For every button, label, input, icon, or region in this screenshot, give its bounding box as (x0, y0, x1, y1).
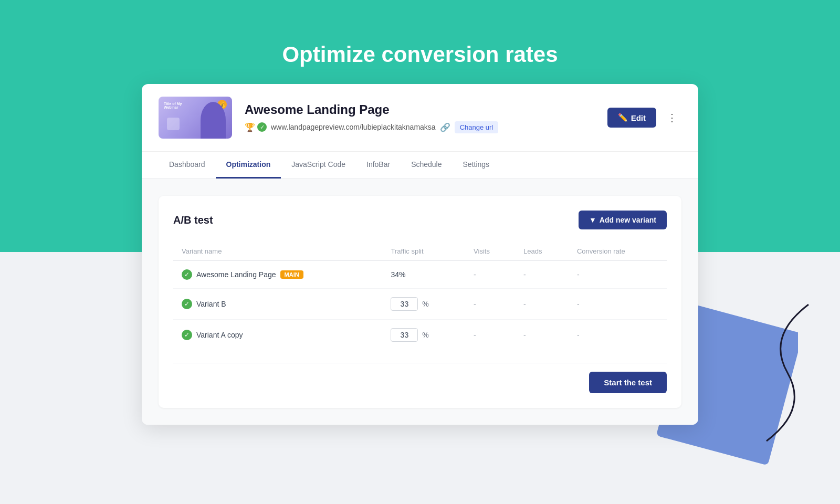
table-footer: Start the test (173, 363, 667, 393)
header-actions: ✏️ Edit ⋮ (607, 108, 681, 128)
variant-name-text: Awesome Landing Page (196, 270, 276, 279)
start-test-button[interactable]: Start the test (589, 372, 667, 393)
conversion-value: - (577, 270, 580, 279)
variant-name-text: Variant A copy (196, 331, 243, 339)
table-cell-leads: - (515, 320, 569, 351)
thumb-icon (167, 118, 180, 130)
check-circle-icon: ✓ (257, 122, 267, 132)
traffic-input[interactable] (391, 297, 418, 311)
check-icon: ✓ (182, 269, 192, 280)
col-traffic-split: Traffic split (382, 242, 465, 261)
link-icon: 🔗 (440, 122, 450, 132)
edit-icon: ✏️ (618, 113, 628, 122)
traffic-unit: % (422, 331, 428, 339)
main-card: Title of MyWebinar 💰 Awesome Landing Pag… (142, 84, 698, 425)
table-cell-traffic: % (382, 289, 465, 320)
ab-test-header: A/B test ▼ Add new variant (173, 211, 667, 229)
table-cell-leads: - (515, 289, 569, 320)
table-cell-conversion: - (569, 289, 667, 320)
conversion-value: - (577, 300, 580, 308)
table-cell-conversion: - (569, 261, 667, 289)
table-cell-visits: - (465, 261, 515, 289)
nav-tabs: Dashboard Optimization JavaScript Code I… (142, 152, 698, 179)
visits-value: - (474, 300, 476, 308)
table-cell-name: ✓ Variant B (173, 289, 382, 320)
leads-value: - (523, 300, 526, 308)
table-cell-leads: - (515, 261, 569, 289)
traffic-input[interactable] (391, 328, 418, 342)
leads-value: - (523, 331, 526, 339)
thumb-person (201, 102, 226, 139)
tab-infobar[interactable]: InfoBar (356, 152, 401, 178)
main-badge: MAIN (280, 270, 303, 279)
visits-value: - (474, 270, 476, 279)
page-thumbnail: Title of MyWebinar 💰 (159, 97, 232, 139)
ab-test-table: Variant name Traffic split Visits Leads … (173, 242, 667, 350)
table-header-row: Variant name Traffic split Visits Leads … (173, 242, 667, 261)
tab-schedule[interactable]: Schedule (401, 152, 452, 178)
table-cell-visits: - (465, 289, 515, 320)
col-conversion-rate: Conversion rate (569, 242, 667, 261)
variant-name-text: Variant B (196, 300, 226, 308)
more-options-button[interactable]: ⋮ (663, 109, 681, 126)
table-cell-traffic: 34% (382, 261, 465, 289)
tab-dashboard[interactable]: Dashboard (159, 152, 216, 178)
table-row: ✓ Awesome Landing Page MAIN 34% - (173, 261, 667, 289)
tab-optimization[interactable]: Optimization (216, 152, 281, 178)
tab-javascript-code[interactable]: JavaScript Code (281, 152, 356, 178)
col-leads: Leads (515, 242, 569, 261)
col-variant-name: Variant name (173, 242, 382, 261)
table-row: ✓ Variant A copy % - - (173, 320, 667, 351)
change-url-button[interactable]: Change url (455, 121, 499, 133)
ab-test-section: A/B test ▼ Add new variant Variant name … (159, 196, 681, 408)
leads-value: - (523, 270, 526, 279)
table-row: ✓ Variant B % - - (173, 289, 667, 320)
edit-button[interactable]: ✏️ Edit (607, 108, 656, 128)
col-visits: Visits (465, 242, 515, 261)
deco-curve (724, 294, 830, 452)
add-variant-button[interactable]: ▼ Add new variant (579, 211, 667, 229)
ab-test-title: A/B test (173, 214, 213, 226)
page-header: Title of MyWebinar 💰 Awesome Landing Pag… (142, 84, 698, 152)
traffic-value: 34% (391, 270, 405, 279)
check-icon: ✓ (182, 299, 192, 309)
table-cell-visits: - (465, 320, 515, 351)
hero-title: Optimize conversion rates (0, 0, 840, 67)
table-cell-traffic: % (382, 320, 465, 351)
status-icons: 🏆 ✓ (245, 122, 267, 132)
table-cell-conversion: - (569, 320, 667, 351)
plus-icon: ▼ (589, 216, 596, 224)
tab-settings[interactable]: Settings (453, 152, 500, 178)
conversion-value: - (577, 331, 580, 339)
visits-value: - (474, 331, 476, 339)
check-icon: ✓ (182, 330, 192, 340)
content-area: A/B test ▼ Add new variant Variant name … (142, 179, 698, 425)
table-cell-name: ✓ Awesome Landing Page MAIN (173, 261, 382, 289)
table-cell-name: ✓ Variant A copy (173, 320, 382, 351)
traffic-unit: % (422, 300, 428, 308)
thumb-text: Title of MyWebinar (164, 102, 182, 109)
page-url-text: www.landpagepreview.com/lubieplackitakna… (271, 123, 436, 131)
flask-icon: 🏆 (245, 122, 255, 132)
